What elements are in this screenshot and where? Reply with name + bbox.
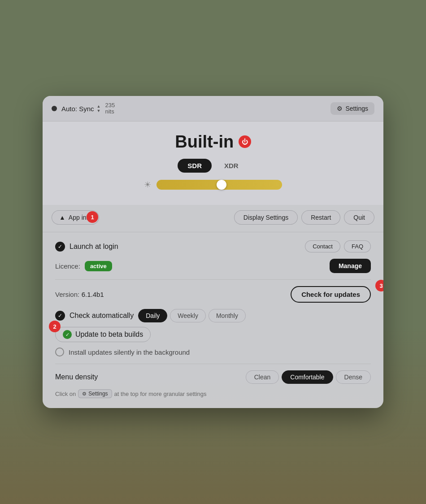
display-title: Built-in xyxy=(175,132,234,151)
version-label: Version: xyxy=(55,291,79,298)
check-updates-wrapper: Check for updates 3 xyxy=(291,286,371,303)
auto-sync-text: Auto: Sync xyxy=(61,105,94,113)
beta-row: 2 ✓ Update to beta builds xyxy=(55,327,371,342)
faq-button[interactable]: FAQ xyxy=(344,240,371,252)
frequency-group: Daily Weekly Monthly xyxy=(138,309,246,322)
top-bar: Auto: Sync ▲ ▼ 235 nits ⚙ Settings xyxy=(43,96,383,122)
action-buttons-group: Display Settings Restart Quit xyxy=(234,210,374,225)
hint-settings-button[interactable]: ⚙ Settings xyxy=(78,389,112,398)
density-comfortable-button[interactable]: Comfortable xyxy=(282,370,333,384)
licence-label: Licence: xyxy=(55,262,80,270)
silent-row: Install updates silently in the backgrou… xyxy=(55,348,371,356)
hint-suffix: at the top for more granular settings xyxy=(114,391,207,397)
xdr-button[interactable]: XDR xyxy=(214,159,248,173)
density-clean-button[interactable]: Clean xyxy=(246,370,279,384)
hint-gear-icon: ⚙ xyxy=(82,391,87,397)
launch-at-login-label[interactable]: Launch at login xyxy=(70,243,118,251)
check-updates-button[interactable]: Check for updates xyxy=(291,286,371,303)
stepper-down: ▼ xyxy=(97,109,101,113)
version-info: Version: 6.1.4b1 xyxy=(55,291,104,299)
divider-1 xyxy=(55,279,371,280)
nits-unit: nits xyxy=(105,109,115,115)
power-badge[interactable]: ⏻ xyxy=(239,135,251,148)
launch-at-login-right: Contact FAQ xyxy=(305,240,371,252)
divider-2 xyxy=(55,364,371,364)
density-label: Menu density xyxy=(55,373,98,381)
density-dense-button[interactable]: Dense xyxy=(336,370,371,384)
density-row: Menu density Clean Comfortable Dense xyxy=(55,370,371,384)
badge-3: 3 xyxy=(375,280,383,291)
nits-value: 235 xyxy=(105,102,115,109)
brightness-row: ☀ xyxy=(61,180,365,190)
settings-gear-icon: ⚙ xyxy=(337,105,343,112)
version-number: 6.1.4b1 xyxy=(82,291,104,298)
launch-check-icon: ✓ xyxy=(55,242,65,252)
brightness-icon: ☀ xyxy=(144,180,151,190)
quit-button[interactable]: Quit xyxy=(344,210,374,225)
beta-label: Update to beta builds xyxy=(75,330,143,339)
settings-btn-label: Settings xyxy=(345,105,368,112)
brightness-slider[interactable] xyxy=(156,180,282,190)
manage-button[interactable]: Manage xyxy=(330,259,371,273)
licence-active-badge: active xyxy=(85,261,112,271)
auto-sync-label[interactable]: Auto: Sync ▲ ▼ xyxy=(61,104,100,113)
hint-settings-label: Settings xyxy=(88,391,108,397)
freq-daily-button[interactable]: Daily xyxy=(138,309,167,322)
contact-button[interactable]: Contact xyxy=(305,240,340,252)
launch-at-login-left: ✓ Launch at login xyxy=(55,242,118,252)
stepper-up: ▲ xyxy=(97,104,101,109)
settings-section: ✓ Launch at login Contact FAQ Licence: a… xyxy=(43,232,383,408)
hint-prefix: Click on xyxy=(55,391,76,397)
mode-toggle: SDR XDR xyxy=(61,159,365,173)
hint-row: Click on ⚙ Settings at the top for more … xyxy=(55,389,371,398)
action-row: 1 ▲ App info Display Settings Restart Qu… xyxy=(43,205,383,232)
beta-check-icon: ✓ xyxy=(63,330,72,339)
dot-indicator xyxy=(52,106,57,111)
freq-weekly-button[interactable]: Weekly xyxy=(170,309,206,322)
licence-row: Licence: active Manage xyxy=(55,259,371,273)
main-panel: Auto: Sync ▲ ▼ 235 nits ⚙ Settings Built… xyxy=(43,96,383,408)
display-area: Built-in ⏻ SDR XDR ☀ xyxy=(43,122,383,205)
freq-monthly-button[interactable]: Monthly xyxy=(209,309,246,322)
slider-thumb[interactable] xyxy=(217,180,226,190)
density-group: Clean Comfortable Dense xyxy=(246,370,371,384)
silent-radio[interactable] xyxy=(55,348,64,356)
sdr-button[interactable]: SDR xyxy=(178,159,212,173)
restart-button[interactable]: Restart xyxy=(301,210,340,225)
version-row: Version: 6.1.4b1 Check for updates 3 xyxy=(55,286,371,303)
auto-check-icon: ✓ xyxy=(55,311,65,321)
launch-at-login-row: ✓ Launch at login Contact FAQ xyxy=(55,240,371,252)
app-info-icon: ▲ xyxy=(59,214,65,221)
power-icon: ⏻ xyxy=(239,135,251,148)
auto-check-row: ✓ Check automatically Daily Weekly Month… xyxy=(55,309,371,322)
display-settings-button[interactable]: Display Settings xyxy=(234,210,298,225)
licence-left: Licence: active xyxy=(55,261,112,271)
top-bar-left: Auto: Sync ▲ ▼ 235 nits xyxy=(52,102,115,115)
top-settings-button[interactable]: ⚙ Settings xyxy=(330,102,374,115)
display-title-row: Built-in ⏻ xyxy=(61,132,365,152)
nits-display: 235 nits xyxy=(105,102,115,115)
silent-label: Install updates silently in the backgrou… xyxy=(69,348,190,356)
app-info-wrapper: 1 ▲ App info xyxy=(52,210,99,225)
sync-stepper[interactable]: ▲ ▼ xyxy=(97,104,101,113)
beta-outline[interactable]: ✓ Update to beta builds xyxy=(55,327,151,342)
auto-check-label: Check automatically xyxy=(70,312,134,320)
